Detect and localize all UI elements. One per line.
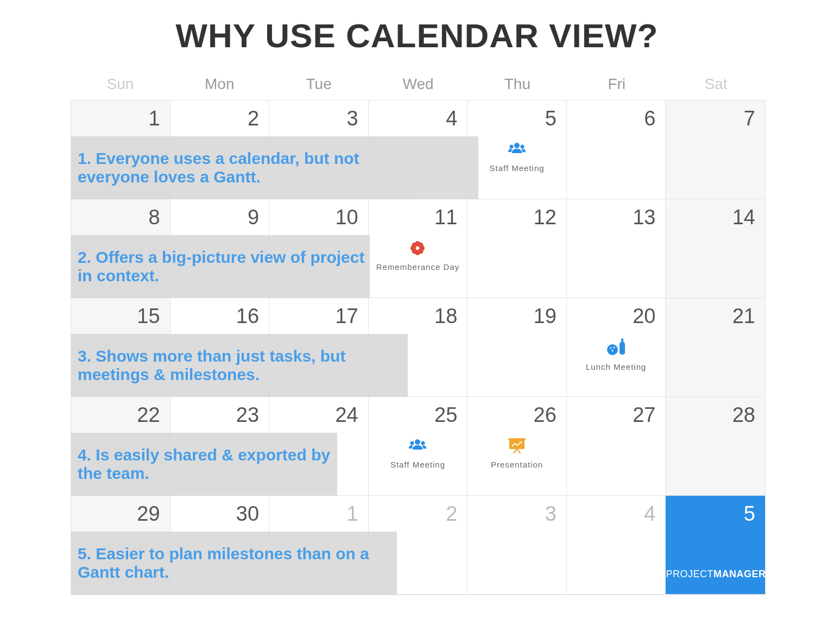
day-head: Sun [71, 68, 170, 100]
date-number: 14 [732, 206, 755, 229]
date-number: 2 [248, 107, 259, 130]
reason-text: 1. Everyone uses a calendar, but not eve… [78, 149, 425, 187]
date-number: 23 [236, 403, 259, 427]
date-number: 7 [744, 107, 755, 130]
event-label: Presentation [467, 460, 566, 469]
date-number: 29 [137, 502, 160, 526]
date-number: 30 [236, 502, 259, 526]
calendar-cell[interactable]: 14 [666, 199, 765, 298]
calendar-cell[interactable]: 7 [666, 100, 765, 199]
date-number: 4 [644, 502, 655, 526]
calendar-cell[interactable]: 25Staff Meeting [369, 397, 468, 496]
event-label: Rememberance Day [369, 262, 467, 272]
calendar-cell[interactable]: 13 [567, 199, 666, 298]
date-number: 27 [633, 403, 655, 427]
svg-point-13 [607, 344, 618, 355]
date-number: 18 [434, 305, 457, 328]
reason-bar: 3. Shows more than just tasks, but meeti… [71, 334, 408, 397]
calendar-event[interactable]: Lunch Meeting [567, 338, 666, 371]
day-head: Fri [567, 68, 666, 100]
date-number: 26 [534, 403, 557, 427]
group-icon [408, 437, 427, 454]
date-number: 16 [236, 305, 259, 328]
svg-rect-12 [621, 338, 623, 342]
calendar-event[interactable]: Rememberance Day [369, 239, 467, 272]
group-icon [507, 141, 527, 158]
day-head: Mon [170, 68, 269, 100]
date-number: 24 [335, 403, 358, 427]
date-number: 13 [633, 206, 655, 229]
page-title: WHY USE CALENDAR VIEW? [71, 16, 763, 55]
day-head: Tue [269, 68, 369, 100]
date-number: 2 [446, 502, 457, 526]
date-number: 15 [137, 305, 160, 328]
svg-rect-21 [508, 438, 526, 440]
event-label: Staff Meeting [467, 163, 566, 173]
svg-point-15 [613, 347, 615, 349]
date-number: 19 [534, 305, 557, 328]
calendar-cell[interactable]: 19 [467, 298, 567, 397]
date-number: 4 [446, 107, 457, 130]
reason-bar: 1. Everyone uses a calendar, but not eve… [71, 136, 478, 199]
date-number: 1 [347, 502, 358, 526]
svg-point-14 [610, 348, 611, 349]
reason-bar: 5. Easier to plan milestones than on a G… [71, 532, 397, 595]
svg-point-1 [510, 145, 514, 149]
date-number: 17 [335, 305, 358, 328]
calendar-cell[interactable]: 27 [567, 397, 666, 496]
date-number: 25 [434, 403, 457, 427]
calendar-cell[interactable]: 3 [467, 496, 567, 595]
date-number: 11 [434, 206, 457, 229]
date-number: 8 [148, 206, 160, 229]
reason-text: 4. Is easily shared & exported by the te… [78, 446, 337, 483]
date-number: 10 [335, 206, 358, 229]
calendar-cell[interactable]: 5PROJECTMANAGER.com [666, 496, 765, 595]
reason-text: 3. Shows more than just tasks, but meeti… [78, 347, 408, 384]
event-label: Staff Meeting [369, 460, 467, 469]
day-head: Wed [369, 68, 468, 100]
svg-point-11 [416, 247, 419, 250]
date-number: 6 [644, 107, 655, 130]
svg-point-16 [611, 350, 613, 352]
svg-point-19 [421, 441, 425, 445]
calendar-cell[interactable]: 26Presentation [467, 397, 567, 496]
day-head-row: Sun Mon Tue Wed Thu Fri Sat [71, 68, 766, 100]
date-number: 12 [534, 206, 557, 229]
date-number: 3 [347, 107, 358, 130]
calendar-cell[interactable]: 28 [666, 397, 765, 496]
svg-point-2 [521, 145, 525, 149]
calendar: Sun Mon Tue Wed Thu Fri Sat 12345Staff M… [71, 68, 766, 595]
calendar-cell[interactable]: 6 [567, 100, 666, 199]
date-number: 21 [732, 305, 755, 328]
lunch-icon [605, 338, 627, 356]
date-number: 22 [137, 403, 160, 427]
date-number: 3 [545, 502, 557, 526]
calendar-cell[interactable]: 21 [666, 298, 765, 397]
day-head: Thu [467, 68, 567, 100]
calendar-cell[interactable]: 4 [567, 496, 666, 595]
calendar-event[interactable]: Presentation [467, 437, 566, 469]
date-number: 5 [545, 107, 557, 130]
calendar-event[interactable]: Staff Meeting [467, 141, 566, 173]
presentation-icon [508, 437, 526, 454]
calendar-cell[interactable]: 20Lunch Meeting [567, 298, 666, 397]
date-number: 28 [732, 403, 755, 427]
calendar-cell[interactable]: 11Rememberance Day [369, 199, 468, 298]
calendar-cell[interactable]: 12 [467, 199, 567, 298]
reason-text: 5. Easier to plan milestones than on a G… [78, 545, 397, 582]
calendar-event[interactable]: Staff Meeting [369, 437, 467, 469]
svg-point-0 [514, 143, 520, 148]
date-number: 9 [248, 206, 259, 229]
reason-bar: 2. Offers a big-picture view of project … [71, 235, 370, 298]
reason-text: 2. Offers a big-picture view of project … [78, 248, 370, 286]
date-number: 5 [744, 502, 755, 526]
calendar-grid: 12345Staff Meeting67891011Rememberance D… [71, 100, 766, 595]
date-number: 1 [148, 107, 160, 130]
day-head: Sat [666, 68, 766, 100]
event-label: Lunch Meeting [567, 362, 666, 371]
reason-bar: 4. Is easily shared & exported by the te… [71, 433, 337, 496]
brand-logo: PROJECTMANAGER.com [666, 569, 765, 580]
svg-point-18 [410, 441, 414, 445]
calendar-cell[interactable]: 5Staff Meeting [467, 100, 567, 199]
date-number: 20 [633, 305, 655, 328]
